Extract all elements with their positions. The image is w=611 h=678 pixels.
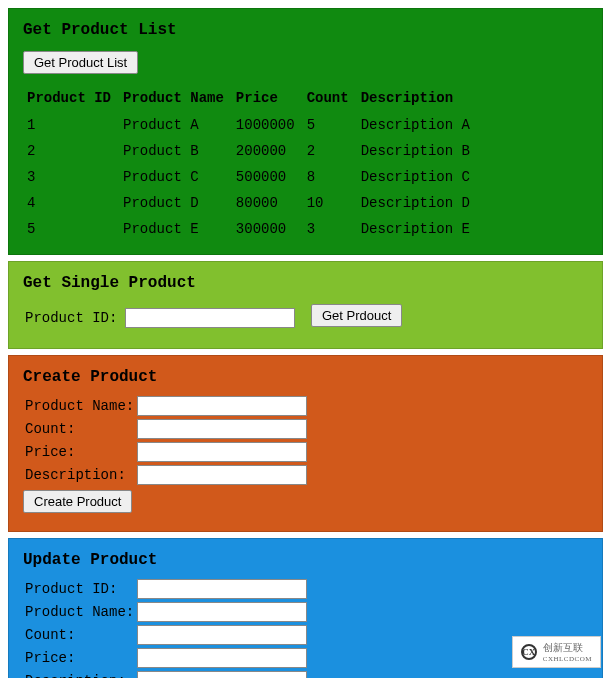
create-product-panel: Create Product Product Name: Count: Pric…: [8, 355, 603, 532]
get-product-list-panel: Get Product List Get Product List Produc…: [8, 8, 603, 255]
watermark: CX 创新互联 CXHLCDCOM: [512, 636, 601, 668]
cell-price: 200000: [236, 138, 307, 164]
cell-id: 3: [27, 164, 123, 190]
get-single-product-panel: Get Single Product Product ID: Get Prdou…: [8, 261, 603, 349]
single-product-row: Product ID: Get Prdouct: [25, 302, 592, 333]
table-header-row: Product ID Product Name Price Count Desc…: [27, 84, 482, 112]
create-price-label: Price:: [25, 444, 137, 460]
update-id-label: Product ID:: [25, 581, 137, 597]
cell-desc: Description B: [361, 138, 482, 164]
create-desc-input[interactable]: [137, 465, 307, 485]
watermark-sub: CXHLCDCOM: [543, 655, 592, 663]
cell-id: 2: [27, 138, 123, 164]
update-name-label: Product Name:: [25, 604, 137, 620]
create-desc-row: Description:: [25, 465, 592, 485]
watermark-logo-icon: CX: [521, 644, 537, 660]
update-desc-row: Description:: [25, 671, 592, 678]
update-desc-label: Description:: [25, 673, 137, 678]
update-product-title: Update Product: [23, 551, 592, 569]
update-id-input[interactable]: [137, 579, 307, 599]
col-product-id: Product ID: [27, 84, 123, 112]
create-name-label: Product Name:: [25, 398, 137, 414]
single-product-id-label: Product ID:: [25, 310, 125, 326]
cell-id: 4: [27, 190, 123, 216]
table-row: 5Product E3000003Description E: [27, 216, 482, 242]
cell-id: 5: [27, 216, 123, 242]
create-price-row: Price:: [25, 442, 592, 462]
table-row: 3Product C5000008Description C: [27, 164, 482, 190]
update-price-row: Price:: [25, 648, 592, 668]
update-name-input[interactable]: [137, 602, 307, 622]
cell-desc: Description D: [361, 190, 482, 216]
create-product-button[interactable]: Create Product: [23, 490, 132, 513]
col-product-name: Product Name: [123, 84, 236, 112]
table-row: 2Product B2000002Description B: [27, 138, 482, 164]
col-price: Price: [236, 84, 307, 112]
watermark-brand: 创新互联: [543, 641, 592, 655]
get-product-list-title: Get Product List: [23, 21, 592, 39]
create-count-input[interactable]: [137, 419, 307, 439]
cell-desc: Description E: [361, 216, 482, 242]
cell-name: Product D: [123, 190, 236, 216]
cell-id: 1: [27, 112, 123, 138]
table-row: 1Product A10000005Description A: [27, 112, 482, 138]
single-product-id-input[interactable]: [125, 308, 295, 328]
cell-price: 300000: [236, 216, 307, 242]
cell-price: 500000: [236, 164, 307, 190]
cell-desc: Description A: [361, 112, 482, 138]
cell-count: 8: [307, 164, 361, 190]
get-product-list-button[interactable]: Get Product List: [23, 51, 138, 74]
cell-name: Product B: [123, 138, 236, 164]
update-price-input[interactable]: [137, 648, 307, 668]
cell-name: Product E: [123, 216, 236, 242]
get-product-button[interactable]: Get Prdouct: [311, 304, 402, 327]
cell-count: 10: [307, 190, 361, 216]
cell-desc: Description C: [361, 164, 482, 190]
update-name-row: Product Name:: [25, 602, 592, 622]
cell-name: Product A: [123, 112, 236, 138]
table-row: 4Product D8000010Description D: [27, 190, 482, 216]
update-count-input[interactable]: [137, 625, 307, 645]
cell-count: 5: [307, 112, 361, 138]
update-count-row: Count:: [25, 625, 592, 645]
cell-name: Product C: [123, 164, 236, 190]
create-product-title: Create Product: [23, 368, 592, 386]
update-desc-input[interactable]: [137, 671, 307, 678]
watermark-text: 创新互联 CXHLCDCOM: [543, 641, 592, 663]
create-count-label: Count:: [25, 421, 137, 437]
cell-count: 2: [307, 138, 361, 164]
col-description: Description: [361, 84, 482, 112]
product-table: Product ID Product Name Price Count Desc…: [27, 84, 482, 242]
cell-price: 80000: [236, 190, 307, 216]
create-name-row: Product Name:: [25, 396, 592, 416]
create-name-input[interactable]: [137, 396, 307, 416]
cell-price: 1000000: [236, 112, 307, 138]
get-single-product-title: Get Single Product: [23, 274, 592, 292]
update-price-label: Price:: [25, 650, 137, 666]
cell-count: 3: [307, 216, 361, 242]
create-price-input[interactable]: [137, 442, 307, 462]
update-count-label: Count:: [25, 627, 137, 643]
update-id-row: Product ID:: [25, 579, 592, 599]
create-count-row: Count:: [25, 419, 592, 439]
create-desc-label: Description:: [25, 467, 137, 483]
col-count: Count: [307, 84, 361, 112]
